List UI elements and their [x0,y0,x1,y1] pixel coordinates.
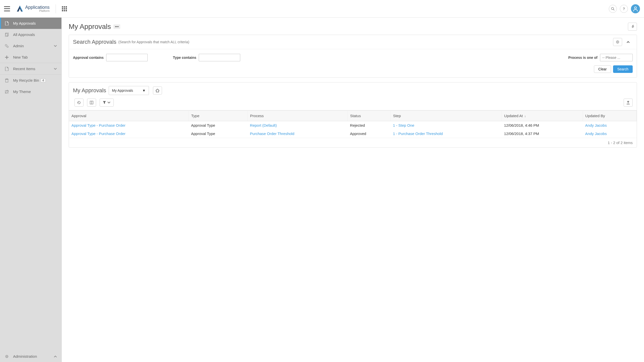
view-selector-dropdown[interactable]: My Approvals ▼ [109,86,149,95]
search-panel-title: Search Approvals [73,39,116,45]
user-icon [633,6,638,12]
process-one-of-select[interactable] [600,54,633,61]
sidebar-item-all-approvals[interactable]: All Approvals [0,29,61,40]
app-logo[interactable]: Applications Platform [16,5,50,13]
approval-link[interactable]: Approval Type - Purchase Order [71,131,126,136]
svg-rect-14 [5,33,8,37]
export-button[interactable] [624,99,633,107]
col-updated-at[interactable]: Updated At↓ [502,111,583,121]
header-divider [56,4,56,13]
document-icon [5,21,9,25]
cell-type: Approval Type [188,129,247,138]
search-icon [611,7,615,11]
sidebar-item-recent-items[interactable]: Recent Items [0,63,61,74]
approval-contains-label: Approval contains [73,56,104,60]
svg-line-12 [613,9,614,10]
gear-icon [5,354,9,358]
sidebar-item-label: Admin [13,44,24,48]
chevron-down-icon [54,45,57,47]
svg-rect-3 [64,6,65,8]
svg-point-13 [634,7,636,9]
svg-point-11 [611,7,614,10]
cell-updated-at: 12/06/2018, 4:46 PM [502,121,583,130]
approval-contains-input[interactable] [106,54,148,61]
svg-rect-6 [64,8,65,9]
step-link[interactable]: 1 - Purchase Order Threshold [393,131,443,136]
help-button[interactable]: ? [620,5,628,13]
gear-icon [616,40,619,44]
gears-icon [5,44,9,48]
configure-button[interactable] [628,23,637,31]
sidebar-item-my-approvals[interactable]: My Approvals [0,18,61,29]
search-settings-button[interactable] [613,38,622,46]
main-content: My Approvals ••• Search Approvals (Searc… [62,18,644,362]
svg-rect-5 [62,8,63,9]
filter-icon [103,101,106,104]
cell-status: Rejected [347,121,390,130]
plus-icon [5,56,9,59]
updated-by-link[interactable]: Andy Jacobs [585,123,607,127]
user-avatar[interactable] [631,4,640,13]
sidebar-item-label: My Approvals [13,21,36,25]
hamburger-menu-button[interactable] [4,6,10,11]
columns-button[interactable] [87,99,96,107]
col-type[interactable]: Type [188,111,247,121]
svg-rect-4 [66,6,67,8]
sidebar-item-new-tab[interactable]: New Tab [0,52,61,63]
home-icon [155,89,159,92]
logo-text-main: Applications [25,5,50,10]
wrench-icon [630,25,634,29]
list-panel: My Approvals My Approvals ▼ [69,82,637,148]
home-view-button[interactable] [153,86,162,95]
cell-type: Approval Type [188,121,247,130]
col-approval[interactable]: Approval [69,111,188,121]
table-row: Approval Type - Purchase Order Approval … [69,121,637,130]
filter-button[interactable] [100,99,114,107]
step-link[interactable]: 1 - Step One [393,123,414,127]
col-step[interactable]: Step [390,111,502,121]
col-updated-by[interactable]: Updated By [583,111,636,121]
sidebar-item-recycle-bin[interactable]: My Recycle Bin 4 [0,75,61,86]
collapse-search-button[interactable] [624,38,633,46]
clear-button[interactable]: Clear [594,65,611,73]
process-link[interactable]: Purchase Order Threshold [250,131,294,136]
svg-point-27 [617,41,618,42]
columns-icon [90,101,93,104]
refresh-icon [77,101,81,104]
search-button[interactable]: Search [613,65,633,73]
document-icon [5,67,9,71]
trash-icon [5,78,9,82]
sidebar-item-label: New Tab [13,55,28,59]
apps-grid-icon [62,6,67,11]
col-process[interactable]: Process [248,111,348,121]
refresh-button[interactable] [74,99,84,107]
chevron-down-icon [54,68,57,70]
svg-point-16 [5,44,7,46]
sidebar-item-my-theme[interactable]: My Theme [0,86,61,97]
type-contains-input[interactable] [199,54,240,61]
search-panel: Search Approvals (Search for Approvals t… [69,35,637,78]
svg-rect-8 [62,10,63,11]
cell-status: Approved [347,129,390,138]
col-status[interactable]: Status [347,111,390,121]
logo-text-sub: Platform [25,10,50,12]
page-title: My Approvals [69,23,111,31]
badge-count: 4 [41,78,46,82]
more-actions-button[interactable]: ••• [113,24,120,29]
svg-rect-7 [66,8,67,9]
list-panel-title: My Approvals [73,87,106,94]
svg-rect-22 [6,78,8,79]
process-link[interactable]: Report (Default) [250,123,277,127]
approval-link[interactable]: Approval Type - Purchase Order [71,123,126,127]
dropdown-value: My Approvals [112,88,133,93]
process-one-of-label: Process is one of [568,56,597,60]
sidebar-item-administration[interactable]: Administration [0,351,61,362]
search-button[interactable] [609,5,617,13]
cell-updated-at: 12/06/2018, 4:37 PM [502,129,583,138]
type-contains-label: Type contains [173,56,196,60]
apps-grid-button[interactable] [62,6,67,11]
approvals-table: Approval Type Process Status Step Update… [69,110,637,138]
sidebar-item-label: Administration [13,354,37,358]
sidebar-item-admin[interactable]: Admin [0,40,61,52]
updated-by-link[interactable]: Andy Jacobs [585,131,607,136]
